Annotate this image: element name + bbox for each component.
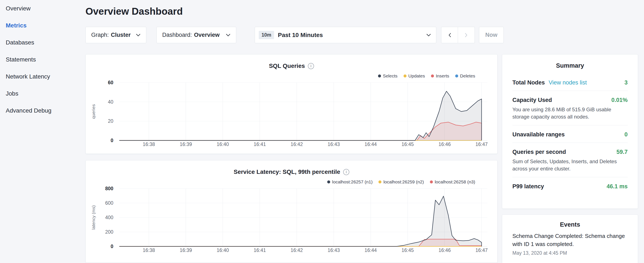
summary-row-capacity-used: Capacity Used 0.01% You are using 28.6 M…	[512, 91, 628, 125]
events-title: Events	[512, 215, 628, 228]
chart-legend: localhost:26257 (n1)localhost:26259 (n2)…	[86, 179, 497, 185]
legend-item: Deletes	[455, 73, 475, 79]
time-range-selector[interactable]: 10m Past 10 Minutes	[255, 27, 436, 43]
legend-item: localhost:26259 (n2)	[378, 179, 424, 184]
chart-title: Service Latency: SQL, 99th percentile	[234, 168, 340, 175]
dashboard-dropdown-label: Dashboard:	[162, 32, 192, 38]
svg-text:16:38: 16:38	[143, 247, 155, 253]
legend-dot-icon	[404, 75, 406, 78]
svg-text:60: 60	[108, 80, 113, 85]
sidebar-item-jobs[interactable]: Jobs	[6, 85, 82, 102]
now-button[interactable]: Now	[479, 27, 504, 43]
summary-label: P99 latency	[512, 183, 544, 190]
page-title: Overview Dashboard	[86, 6, 183, 17]
legend-label: Inserts	[436, 73, 449, 79]
time-forward-button[interactable]	[458, 27, 475, 43]
svg-text:16:43: 16:43	[328, 141, 340, 147]
legend-label: localhost:26257 (n1)	[332, 179, 372, 184]
svg-text:16:46: 16:46	[438, 247, 451, 253]
graph-dropdown-value: Cluster	[111, 32, 131, 38]
right-column: Summary Total Nodes View nodes list 3 Ca…	[502, 54, 638, 263]
svg-text:16:47: 16:47	[476, 141, 488, 147]
event-message: Schema Change Completed: Schema change w…	[512, 232, 628, 248]
summary-title: Summary	[512, 55, 628, 69]
svg-text:16:39: 16:39	[180, 247, 192, 253]
svg-text:16:45: 16:45	[402, 141, 414, 147]
svg-text:16:38: 16:38	[143, 141, 155, 147]
dashboard-dropdown-value: Overview	[194, 32, 220, 38]
legend-label: Deletes	[460, 73, 475, 79]
summary-value: 3	[624, 79, 628, 86]
sql-queries-chart: 020406016:3816:3916:4016:4116:4216:4316:…	[86, 79, 497, 151]
graph-dropdown[interactable]: Graph: Cluster	[86, 27, 146, 43]
summary-row-unavailable-ranges: Unavailable ranges 0	[512, 125, 628, 143]
svg-text:400: 400	[105, 215, 113, 220]
svg-text:600: 600	[105, 200, 113, 206]
event-timestamp: May 13, 2020 at 4:45 PM	[512, 250, 628, 256]
svg-text:20: 20	[108, 118, 113, 124]
chevron-down-icon	[226, 34, 230, 36]
svg-text:16:43: 16:43	[328, 247, 340, 253]
time-step-button-group	[441, 27, 475, 43]
svg-text:16:41: 16:41	[254, 247, 266, 253]
service-latency-panel: Service Latency: SQL, 99th percentile lo…	[86, 160, 498, 263]
legend-item: Inserts	[431, 73, 449, 79]
svg-text:16:44: 16:44	[365, 247, 377, 253]
sidebar-item-overview[interactable]: Overview	[6, 0, 82, 17]
svg-text:0: 0	[110, 244, 113, 249]
legend-label: Selects	[383, 73, 398, 79]
chevron-down-icon	[426, 34, 431, 36]
svg-text:16:39: 16:39	[180, 141, 192, 147]
summary-panel: Summary Total Nodes View nodes list 3 Ca…	[502, 54, 638, 209]
sidebar-item-advanced-debug[interactable]: Advanced Debug	[6, 102, 82, 119]
summary-row-p99-latency: P99 latency 46.1 ms	[512, 177, 628, 194]
summary-label: Unavailable ranges	[512, 131, 565, 138]
legend-item: localhost:26258 (n3)	[430, 179, 475, 184]
svg-text:16:47: 16:47	[476, 247, 488, 253]
info-icon[interactable]	[308, 63, 314, 69]
svg-text:16:42: 16:42	[291, 141, 303, 147]
toolbar: Graph: Cluster Dashboard: Overview 10m P…	[86, 27, 504, 43]
legend-label: Updates	[408, 73, 425, 79]
charts-column: SQL Queries SelectsUpdatesInsertsDeletes…	[86, 54, 498, 263]
legend-item: Selects	[378, 73, 398, 79]
summary-label: Capacity Used	[512, 97, 552, 103]
legend-dot-icon	[431, 75, 434, 78]
summary-description: Sum of Selects, Updates, Inserts, and De…	[512, 158, 628, 172]
sidebar-item-metrics[interactable]: Metrics	[6, 17, 82, 34]
summary-value: 46.1 ms	[606, 183, 628, 190]
view-nodes-list-link[interactable]: View nodes list	[549, 79, 587, 86]
svg-text:16:42: 16:42	[291, 247, 303, 253]
summary-value: 59.7	[616, 149, 628, 155]
legend-dot-icon	[378, 75, 381, 78]
svg-text:800: 800	[105, 186, 113, 191]
legend-dot-icon	[455, 75, 458, 78]
sidebar-item-statements[interactable]: Statements	[6, 51, 82, 68]
chart-canvas: 020040060080016:3816:3916:4016:4116:4216…	[86, 185, 497, 257]
summary-value: 0.01%	[611, 97, 628, 103]
svg-text:16:40: 16:40	[217, 247, 229, 253]
time-back-button[interactable]	[441, 27, 458, 43]
svg-text:16:46: 16:46	[438, 141, 451, 147]
sidebar-item-network-latency[interactable]: Network Latency	[6, 68, 82, 85]
chevron-left-icon	[448, 33, 451, 38]
summary-value: 0	[624, 131, 628, 138]
events-panel: Events Schema Change Completed: Schema c…	[502, 214, 638, 263]
info-icon[interactable]	[343, 169, 349, 175]
dashboard-dropdown[interactable]: Dashboard: Overview	[156, 27, 236, 43]
chart-canvas: 020406016:3816:3916:4016:4116:4216:4316:…	[86, 79, 497, 151]
summary-label: Queries per second	[512, 149, 566, 155]
chevron-right-icon	[464, 33, 468, 38]
svg-text:16:41: 16:41	[254, 141, 266, 147]
svg-text:16:44: 16:44	[365, 141, 377, 147]
legend-dot-icon	[430, 180, 433, 183]
chart-title: SQL Queries	[269, 63, 305, 69]
sql-queries-panel: SQL Queries SelectsUpdatesInsertsDeletes…	[86, 54, 498, 154]
chevron-down-icon	[136, 34, 140, 36]
chart-legend: SelectsUpdatesInsertsDeletes	[86, 73, 497, 79]
sidebar-item-databases[interactable]: Databases	[6, 34, 82, 51]
svg-text:16:40: 16:40	[217, 141, 229, 147]
svg-text:0: 0	[110, 138, 113, 143]
time-range-value: Past 10 Minutes	[278, 32, 323, 39]
legend-label: localhost:26258 (n3)	[435, 179, 475, 184]
